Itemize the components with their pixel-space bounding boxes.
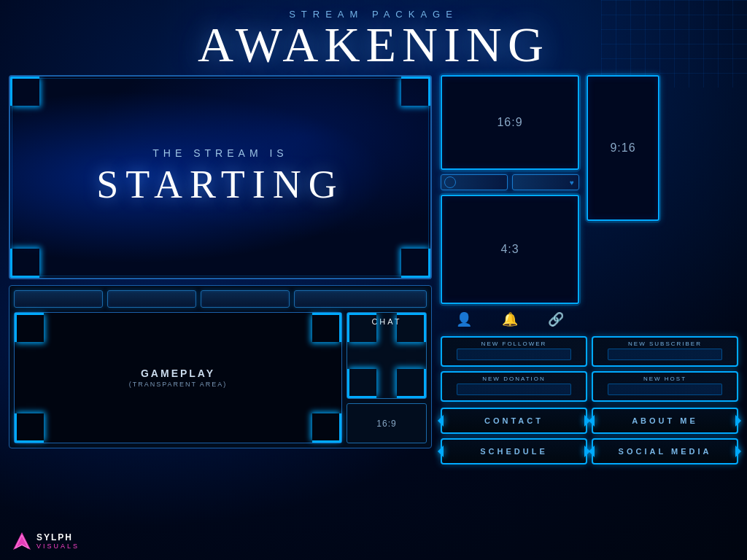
- logo: SYLPH VISUALS: [12, 531, 80, 551]
- stream-is-text: THE STREAM IS: [96, 147, 344, 159]
- frame-4-3: 4:3: [441, 195, 579, 304]
- right-column: CHAT 16:9: [347, 312, 427, 443]
- starting-screen: THE STREAM IS STARTING: [9, 75, 432, 279]
- overlay-content: GAMEPLAY (TRANSPARENT AREA) CHAT: [14, 312, 427, 443]
- icons-row: 👤 🔔 🔗: [441, 308, 579, 330]
- alert-row-1: NEW FOLLOWER NEW SUBSCRIBER: [441, 336, 738, 367]
- frame-16-9: 16:9: [441, 75, 579, 170]
- alert-donation-content: [457, 384, 572, 395]
- small-bar-left: [441, 174, 508, 190]
- tab-btn-4[interactable]: [294, 290, 427, 308]
- nav-buttons: CONTACT ABOUT ME SCHEDULE SOCIAL MEDIA: [441, 408, 738, 464]
- gameplay-sublabel: (TRANSPARENT AREA): [129, 381, 228, 388]
- about-me-button[interactable]: ABOUT ME: [592, 408, 738, 434]
- alert-new-follower: NEW FOLLOWER: [441, 336, 587, 367]
- alert-donation-label: NEW DONATION: [482, 376, 546, 382]
- alert-row-2: NEW DONATION NEW HOST: [441, 371, 738, 402]
- alert-new-subscriber: NEW SUBSCRIBER: [592, 336, 738, 367]
- logo-text: SYLPH VISUALS: [36, 532, 80, 550]
- share-icon: 🔗: [548, 311, 564, 327]
- contact-button[interactable]: CONTACT: [441, 408, 587, 434]
- frame-9-16: 9:16: [587, 75, 659, 221]
- tab-btn-1[interactable]: [14, 290, 103, 308]
- frame-label-16-9: 16:9: [497, 116, 522, 129]
- frame-label-4-3: 4:3: [500, 243, 519, 256]
- right-panel: 16:9 4:3 👤 🔔 🔗: [441, 75, 738, 464]
- alert-host-label: NEW HOST: [643, 376, 686, 382]
- contact-label: CONTACT: [484, 416, 543, 425]
- nav-row-2: SCHEDULE SOCIAL MEDIA: [441, 438, 738, 464]
- alert-subscriber-content: [608, 349, 723, 360]
- tab-btn-3[interactable]: [201, 290, 290, 308]
- gameplay-area: GAMEPLAY (TRANSPARENT AREA): [14, 312, 342, 443]
- logo-name: SYLPH: [36, 532, 80, 542]
- small-bar-right: [512, 174, 579, 190]
- alert-follower-label: NEW FOLLOWER: [481, 341, 547, 347]
- alert-host-content: [608, 384, 723, 395]
- about-me-label: ABOUT ME: [632, 416, 698, 425]
- alert-new-donation: NEW DONATION: [441, 371, 587, 402]
- tab-row: [14, 290, 427, 308]
- frame-left-col: 16:9 4:3 👤 🔔 🔗: [441, 75, 579, 330]
- header-title: AWAKENING: [0, 20, 747, 69]
- main-layout: THE STREAM IS STARTING: [0, 69, 747, 464]
- schedule-label: SCHEDULE: [480, 447, 548, 456]
- social-media-button[interactable]: SOCIAL MEDIA: [592, 438, 738, 464]
- ratio-box-16-9: 16:9: [347, 403, 427, 443]
- header: STREAM PACKAGE AWAKENING: [0, 0, 747, 69]
- schedule-button[interactable]: SCHEDULE: [441, 438, 587, 464]
- alert-follower-content: [457, 349, 572, 360]
- starting-screen-inner: THE STREAM IS STARTING: [96, 147, 344, 207]
- logo-sub: VISUALS: [36, 542, 80, 550]
- alert-new-host: NEW HOST: [592, 371, 738, 402]
- alerts-section: NEW FOLLOWER NEW SUBSCRIBER NEW DONATION: [441, 336, 738, 402]
- nav-row-1: CONTACT ABOUT ME: [441, 408, 738, 434]
- gameplay-label: GAMEPLAY: [141, 368, 215, 379]
- person-icon: 👤: [456, 311, 472, 327]
- bell-icon: 🔔: [502, 311, 518, 327]
- frames-top: 16:9 4:3 👤 🔔 🔗: [441, 75, 738, 330]
- tab-btn-2[interactable]: [107, 290, 196, 308]
- left-panel: THE STREAM IS STARTING: [9, 75, 432, 464]
- alert-subscriber-label: NEW SUBSCRIBER: [628, 341, 702, 347]
- overlay-panel: GAMEPLAY (TRANSPARENT AREA) CHAT: [9, 285, 432, 448]
- small-bars: [441, 174, 579, 190]
- ratio-label-16-9: 16:9: [376, 419, 396, 429]
- starting-text: STARTING: [96, 162, 344, 207]
- social-media-label: SOCIAL MEDIA: [619, 447, 712, 456]
- frame-label-9-16: 9:16: [610, 141, 635, 155]
- chat-box: CHAT: [347, 312, 427, 399]
- logo-icon: [12, 531, 32, 551]
